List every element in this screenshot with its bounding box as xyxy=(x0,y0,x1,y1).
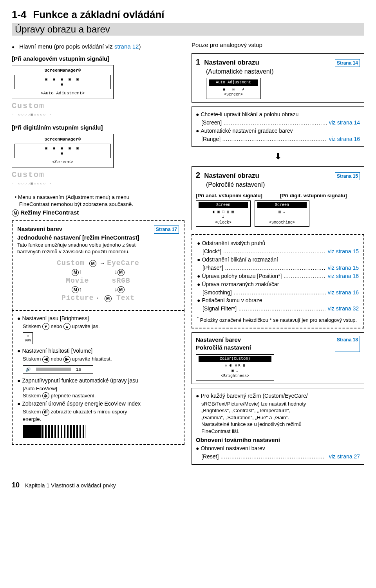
menu-note: • Menu s nastavením (Adjustment menu) a … xyxy=(12,194,184,208)
left-column: Hlavní menu (pro popis ovládání viz stra… xyxy=(12,41,184,469)
color-adv-title2: Pokročilá nastavení xyxy=(196,344,251,352)
main-menu-line: Hlavní menu (pro popis ovládání viz stra… xyxy=(12,43,184,51)
osd-screenmanager-digital: ScreenManager® ▣ ▣ ▣ ▣ ▣▣ <Screen> xyxy=(12,134,114,168)
finecontrast-modes-label: M Režimy FineContrast xyxy=(12,209,184,216)
brightness-item: ● Nastavení jasu [Brightness] xyxy=(17,315,179,322)
ecoview-index-item: ● Zobrazení úrovně úspory energie EcoVie… xyxy=(17,400,179,408)
badge-page-18[interactable]: Strana 18 xyxy=(335,336,360,352)
up-icon[interactable]: ▲ xyxy=(63,323,70,330)
signal-digital-label: [Při digit. vstupním signálu] xyxy=(280,192,360,199)
osd-screen-clock: Screen ◐ ▣ □ ▥ ▦↲ <Clock> xyxy=(196,200,251,227)
right-column: Pouze pro analogový vstup 1 Nastavení ob… xyxy=(192,41,364,469)
analog-signal-label: [Při analogovém vstupním signálu] xyxy=(12,55,184,63)
link-page-15a[interactable]: viz strana 15 xyxy=(328,248,359,255)
step1-box: 1 Nastavení obrazu Strana 14 (Automatick… xyxy=(192,53,364,103)
link-page-14[interactable]: viz strana 14 xyxy=(329,119,360,126)
badge-page-17[interactable]: Strana 17 xyxy=(154,225,179,233)
brightness-volume-eco-box: ● Nastavení jasu [Brightness] Stiskem ▼ … xyxy=(12,310,184,445)
subsection-title: Úpravy obrazu a barev xyxy=(12,23,364,36)
digital-signal-label: [Při digitálním vstupním signálu] xyxy=(12,124,184,132)
volume-osd: 🔊 16 xyxy=(23,365,93,374)
signal-analog-label: [Při anal. vstupním signálu] xyxy=(196,192,276,199)
link-page-16[interactable]: viz strana 16 xyxy=(329,135,360,143)
osd-auto-adjustment: Auto Adjustment ▣ ☒ ↲ <Screen> xyxy=(206,78,261,99)
badge-page-15[interactable]: Strana 15 xyxy=(335,172,360,180)
factory-reset-heading: Obnovení továrního nastavení xyxy=(196,436,360,444)
osd-color-custom: Color(Custom) ☼ ◐ 🌡K ▦▣ ↲ <Brightness> xyxy=(196,354,274,381)
color-title: Nastavení barev xyxy=(17,225,62,233)
flow-arrow-icon: ⬇ xyxy=(192,151,364,162)
bars-icon[interactable]: ıll xyxy=(42,409,49,416)
section-number: 1-4 xyxy=(12,9,27,20)
sun-icon[interactable]: ✲ xyxy=(42,392,49,399)
link-page-16b[interactable]: viz strana 16 xyxy=(328,289,359,296)
badge-page-14[interactable]: Strana 14 xyxy=(335,59,360,67)
page-number: 10 xyxy=(12,481,20,489)
color-simple-box: Nastavení barev Strana 17 Jednoduché nas… xyxy=(12,220,184,310)
custom-ghost-label: Custom xyxy=(12,101,184,111)
section-header: 1-4 Funkce a základní ovládání xyxy=(12,8,364,22)
finecontrast-mode-diagram: Custom M→ EyeCare M↑ ↓M Movie sRGB M↑ ↓M… xyxy=(17,258,179,303)
section-title: Funkce a základní ovládání xyxy=(33,9,164,20)
step2-box: 2 Nastavení obrazu Strana 15 (Pokročilé … xyxy=(192,166,364,230)
ecoview-auto-item: ● Zapnutí/vypnutí funkce automatické úpr… xyxy=(17,377,179,384)
osd-icon-row: ▣ ▣ ▣ ▣ ▣▣ xyxy=(14,75,111,89)
volume-item: ● Nastavení hlasitosti [Volume] xyxy=(17,347,179,355)
page-footer: 10 Kapitola 1 Vlastnosti a ovládací prvk… xyxy=(12,480,364,490)
m-icon: M xyxy=(12,209,19,216)
brightness-osd: ☼99% xyxy=(23,332,33,344)
custom-ghost-label-2: Custom xyxy=(12,170,184,180)
color-advanced-detail-box: ● Pro každý barevný režim (Custom/EyeCar… xyxy=(192,388,364,465)
color-adv-title1: Nastavení barev xyxy=(196,336,251,344)
chapter-label: Kapitola 1 Vlastnosti a ovládací prvky xyxy=(25,482,116,489)
step2-detail-box: ● Odstranění svislých pruhů [Clock*]viz … xyxy=(192,234,364,328)
link-page-16a[interactable]: viz strana 16 xyxy=(328,272,359,280)
link-page-27[interactable]: viz strana 27 xyxy=(329,453,360,460)
left-icon[interactable]: ◀ xyxy=(42,356,49,363)
simple-mode-title: Jednoduché nastavení [režim FineContrast… xyxy=(17,234,179,242)
link-page-32[interactable]: viz strana 32 xyxy=(328,305,359,312)
step1-detail-box: ● Chcete-li upravit blikání a polohu obr… xyxy=(192,106,364,147)
right-icon[interactable]: ▶ xyxy=(63,356,70,363)
osd-screenmanager-analog: ScreenManager® ▣ ▣ ▣ ▣ ▣▣ <Auto Adjustme… xyxy=(12,65,114,99)
osd-screen-smoothing: Screen ▥ ↲ <Smoothing> xyxy=(255,200,309,227)
link-page-15b[interactable]: viz strana 15 xyxy=(328,264,359,272)
analog-only-note: Pouze pro analogový vstup xyxy=(192,41,364,49)
eco-index-gauge xyxy=(23,425,85,438)
down-icon[interactable]: ▼ xyxy=(42,323,49,330)
link-page-12[interactable]: strana 12 xyxy=(114,43,139,50)
color-advanced-box: Nastavení barev Pokročilá nastavení Stra… xyxy=(192,332,364,384)
